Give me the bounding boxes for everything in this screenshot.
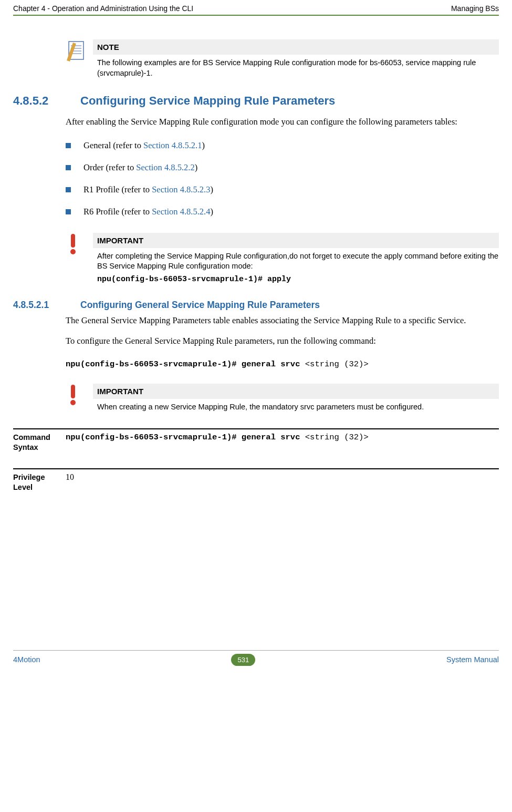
command-bold: npu(config-bs-66053-srvcmaprule-1)# gene…: [66, 359, 305, 369]
svg-point-9: [70, 400, 76, 405]
list-item-suffix: ): [195, 162, 198, 172]
page-header: Chapter 4 - Operation and Administration…: [13, 0, 499, 15]
list-item-prefix: R1 Profile (refer to: [83, 184, 152, 194]
footer-manual-link[interactable]: System Manual: [446, 655, 499, 664]
section-link[interactable]: Section 4.8.5.2.3: [152, 184, 210, 194]
note-title: NOTE: [93, 39, 499, 55]
command-syntax-block: Command Syntax npu(config-bs-66053-srvcm…: [13, 428, 499, 453]
header-chapter: Chapter 4 - Operation and Administration…: [13, 4, 193, 13]
heading-title: Configuring Service Mapping Rule Paramet…: [80, 94, 335, 108]
def-label-privilege-level: Privilege Level: [13, 472, 66, 492]
section-link[interactable]: Section 4.8.5.2.4: [152, 207, 210, 217]
intro-paragraph: After enabling the Service Mapping Rule …: [66, 115, 499, 129]
def-value-privilege-level: 10: [66, 472, 74, 492]
list-item-suffix: ): [211, 184, 214, 194]
heading-4-8-5-2: 4.8.5.2 Configuring Service Mapping Rule…: [13, 94, 499, 108]
list-item-prefix: R6 Profile (refer to: [83, 207, 152, 217]
important-title: IMPORTANT: [93, 384, 499, 399]
command-arg: <string (32)>: [305, 359, 369, 369]
important-text: When creating a new Service Mapping Rule…: [97, 402, 499, 413]
body-paragraph: To configure the General Service Mapping…: [66, 334, 499, 348]
bullet-icon: [66, 165, 71, 170]
list-item: R6 Profile (refer to Section 4.8.5.2.4): [66, 207, 499, 217]
list-item-suffix: ): [202, 140, 205, 150]
important-icon: [66, 384, 97, 413]
note-block: NOTE The following examples are for BS S…: [66, 39, 499, 78]
page-footer: 4Motion 531 System Manual: [13, 651, 499, 673]
bullet-list: General (refer to Section 4.8.5.2.1) Ord…: [66, 140, 499, 217]
heading-4-8-5-2-1: 4.8.5.2.1 Configuring General Service Ma…: [13, 300, 499, 311]
list-item-prefix: General (refer to: [83, 140, 143, 150]
heading-title: Configuring General Service Mapping Rule…: [80, 300, 320, 311]
bullet-icon: [66, 209, 71, 214]
body-paragraph: The General Service Mapping Parameters t…: [66, 314, 499, 327]
def-label-command-syntax: Command Syntax: [13, 433, 66, 453]
heading-number: 4.8.5.2: [13, 94, 80, 108]
list-item: Order (refer to Section 4.8.5.2.2): [66, 162, 499, 173]
header-section: Managing BSs: [451, 4, 499, 13]
list-item: General (refer to Section 4.8.5.2.1): [66, 140, 499, 151]
separator-rule: [13, 428, 499, 430]
command-line: npu(config-bs-66053-srvcmaprule-1)# gene…: [66, 359, 499, 369]
important-block: IMPORTANT After completing the Service M…: [66, 233, 499, 284]
note-icon: [66, 39, 97, 78]
list-item-prefix: Order (refer to: [83, 162, 136, 172]
footer-product: 4Motion: [13, 655, 40, 664]
header-rule: [13, 15, 499, 16]
page-number: 531: [231, 654, 255, 666]
svg-rect-8: [71, 385, 75, 398]
separator-rule: [13, 468, 499, 470]
section-link[interactable]: Section 4.8.5.2.2: [136, 162, 194, 172]
heading-number: 4.8.5.2.1: [13, 300, 80, 311]
important-command: npu(config-bs-66053-srvcmaprule-1)# appl…: [97, 275, 499, 284]
privilege-level-block: Privilege Level 10: [13, 468, 499, 492]
bullet-icon: [66, 187, 71, 192]
bullet-icon: [66, 143, 71, 148]
def-value-command-syntax: npu(config-bs-66053-srvcmaprule-1)# gene…: [66, 433, 369, 453]
note-text: The following examples are for BS Servic…: [97, 58, 499, 78]
list-item: R1 Profile (refer to Section 4.8.5.2.3): [66, 184, 499, 195]
important-title: IMPORTANT: [93, 233, 499, 248]
important-block: IMPORTANT When creating a new Service Ma…: [66, 384, 499, 413]
section-link[interactable]: Section 4.8.5.2.1: [143, 140, 202, 150]
important-icon: [66, 233, 97, 284]
svg-point-7: [70, 249, 76, 254]
svg-rect-6: [71, 234, 75, 248]
important-text: After completing the Service Mapping Rul…: [97, 251, 499, 272]
list-item-suffix: ): [211, 207, 214, 217]
